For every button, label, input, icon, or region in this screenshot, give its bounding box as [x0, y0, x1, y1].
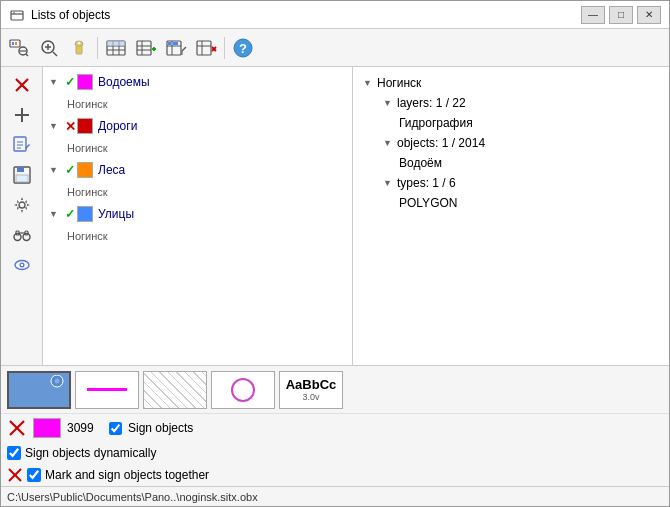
minimize-button[interactable]: —: [581, 6, 605, 24]
circle-style-button[interactable]: [211, 371, 275, 409]
help-button[interactable]: ?: [229, 34, 257, 62]
list-item[interactable]: ▼ ✕ Дороги: [43, 115, 352, 137]
toolbar: ?: [1, 29, 669, 67]
mark-and-sign-checkbox[interactable]: [27, 468, 41, 482]
info-types-sub-row: POLYGON: [363, 193, 659, 213]
close-button[interactable]: ✕: [637, 6, 661, 24]
sign-objects-label: Sign objects: [128, 421, 193, 435]
svg-rect-51: [17, 167, 24, 172]
title-bar: Lists of objects — □ ✕: [1, 1, 669, 29]
list-item[interactable]: ▼ ✓ Водоемы: [43, 71, 352, 93]
mark-and-sign-row: Mark and sign objects together: [1, 464, 669, 486]
chevron-icon: ▼: [383, 98, 397, 108]
svg-rect-0: [11, 11, 23, 20]
item-sublabel: Ногинск: [67, 186, 108, 198]
bottom-panel: AaBbCc 3.0v 3099 Sign objects Sign objec…: [1, 365, 669, 506]
sign-objects-checkbox[interactable]: [109, 422, 122, 435]
svg-rect-7: [12, 42, 14, 45]
svg-rect-22: [137, 41, 151, 55]
zoom-in-button[interactable]: [35, 34, 63, 62]
table-remove-button[interactable]: [192, 34, 220, 62]
list-subitem: Ногинск: [43, 93, 352, 115]
svg-point-53: [19, 202, 25, 208]
edit-button[interactable]: [8, 131, 36, 159]
color-swatch-main[interactable]: [33, 418, 61, 438]
window-icon: [9, 7, 25, 23]
list-subitem: Ногинск: [43, 225, 352, 247]
style-text-sub: 3.0v: [302, 392, 319, 402]
panel-split: ▼ ✓ Водоемы Ногинск ▼ ✕ Дороги Ногинск: [43, 67, 669, 365]
list-panel: ▼ ✓ Водоемы Ногинск ▼ ✕ Дороги Ногинск: [43, 67, 353, 365]
toolbar-separator-2: [224, 37, 225, 59]
table-edit-button[interactable]: [162, 34, 190, 62]
main-window: Lists of objects — □ ✕: [0, 0, 670, 507]
svg-text:?: ?: [239, 41, 247, 56]
color-swatch: [77, 206, 93, 222]
info-root-label: Ногинск: [377, 76, 421, 90]
color-swatch: [77, 74, 93, 90]
binoculars-button[interactable]: [8, 221, 36, 249]
color-row: 3099 Sign objects: [1, 414, 669, 442]
info-layers-row: ▼ layers: 1 / 22: [363, 93, 659, 113]
info-types-sub: POLYGON: [399, 196, 457, 210]
item-label: Улицы: [98, 207, 134, 221]
item-label: Дороги: [98, 119, 137, 133]
hatch-style-button[interactable]: [143, 371, 207, 409]
search-zoom-out-button[interactable]: [5, 34, 33, 62]
cross-icon: [7, 418, 27, 438]
save-button[interactable]: [8, 161, 36, 189]
toolbar-separator-1: [97, 37, 98, 59]
item-sublabel: Ногинск: [67, 142, 108, 154]
sign-objects-dynamically-checkbox[interactable]: [7, 446, 21, 460]
table-view-button[interactable]: [102, 34, 130, 62]
chevron-icon: ▼: [49, 209, 63, 219]
list-item[interactable]: ▼ ✓ Улицы: [43, 203, 352, 225]
svg-rect-8: [15, 42, 17, 45]
svg-line-10: [53, 52, 57, 56]
style-line-preview: [87, 388, 127, 391]
info-root-row: ▼ Ногинск: [363, 73, 659, 93]
item-label: Леса: [98, 163, 125, 177]
info-objects-sub-row: Водоём: [363, 153, 659, 173]
main-content: ▼ ✓ Водоемы Ногинск ▼ ✕ Дороги Ногинск: [1, 67, 669, 365]
info-objects-sub: Водоём: [399, 156, 442, 170]
cross-icon: ✕: [63, 119, 77, 133]
window-title: Lists of objects: [31, 8, 581, 22]
maximize-button[interactable]: □: [609, 6, 633, 24]
text-style-button[interactable]: AaBbCc 3.0v: [279, 371, 343, 409]
delete-action-button[interactable]: [8, 71, 36, 99]
cross-small-icon: [7, 467, 23, 483]
svg-rect-14: [76, 46, 82, 54]
mark-and-sign-label: Mark and sign objects together: [45, 468, 209, 482]
chevron-icon: ▼: [363, 78, 377, 88]
chevron-icon: ▼: [49, 77, 63, 87]
check-icon: ✓: [63, 75, 77, 89]
add-button[interactable]: [8, 101, 36, 129]
settings-button[interactable]: [8, 191, 36, 219]
color-swatch: [77, 118, 93, 134]
svg-line-5: [26, 54, 28, 56]
chevron-icon: ▼: [49, 121, 63, 131]
svg-rect-21: [107, 41, 125, 46]
svg-line-33: [182, 47, 186, 51]
svg-point-61: [20, 264, 22, 266]
style-preview-active[interactable]: [7, 371, 71, 409]
left-sidebar: [1, 67, 43, 365]
info-layers-sub: Гидрография: [399, 116, 473, 130]
sign-objects-dynamically-label: Sign objects dynamically: [25, 446, 156, 460]
svg-point-64: [55, 378, 60, 383]
list-item[interactable]: ▼ ✓ Леса: [43, 159, 352, 181]
chevron-icon: ▼: [383, 178, 397, 188]
flashlight-button[interactable]: [65, 34, 93, 62]
eye-button[interactable]: [8, 251, 36, 279]
svg-rect-35: [197, 41, 211, 55]
window-controls: — □ ✕: [581, 6, 661, 24]
item-label: Водоемы: [98, 75, 150, 89]
list-subitem: Ногинск: [43, 181, 352, 203]
table-add-button[interactable]: [132, 34, 160, 62]
line-style-button[interactable]: [75, 371, 139, 409]
info-objects-label: objects: 1 / 2014: [397, 136, 485, 150]
check-icon: ✓: [63, 163, 77, 177]
sign-objects-dynamically-row: Sign objects dynamically: [1, 442, 669, 464]
svg-rect-2: [13, 12, 15, 13]
